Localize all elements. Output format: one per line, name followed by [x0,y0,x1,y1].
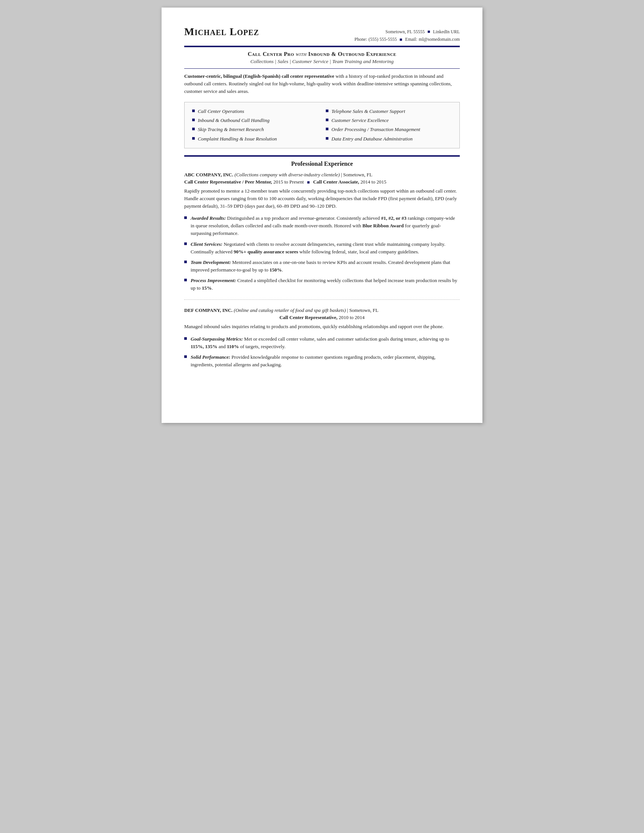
bullet-sq-icon2 [400,39,402,41]
role-title-2: Call Center Representative, [279,315,337,320]
summary-lead: Customer-centric, bilingual (English-Spa… [184,73,334,79]
role-dates-1a: 2015 to Present [273,179,304,185]
skill-label: Data Entry and Database Administration [331,135,413,143]
job-divider [184,299,460,300]
li-content: Solid Performance: Provided knowledgeabl… [191,354,460,368]
contact-line2: Phone: (555) 555-5555 Email: ml@somedoma… [355,35,460,43]
sq-bullet-icon [184,355,187,358]
skill-item-5: Skip Tracing & Internet Research [192,126,318,133]
role-dates-2: 2010 to 2014 [339,315,365,320]
resume-page: Michael Lopez Sometown, FL 55555 LinkedI… [162,8,482,423]
skill-bullet-icon [326,119,328,121]
skill-item-3: Inbound & Outbound Call Handling [192,117,318,124]
bullet-sq-icon [428,31,430,33]
skill-item-8: Data Entry and Database Administration [326,135,452,143]
skill-item-4: Customer Service Excellence [326,117,452,124]
skill-label: Call Center Operations [198,108,244,115]
headline-italic: with [296,51,308,57]
skill-bullet-icon [192,128,195,130]
li-content: Client Services: Negotiated with clients… [191,241,460,256]
headline-section: Call Center Pro with Inbound & Outbound … [184,51,460,64]
headline-divider [184,68,460,69]
headline-subtitle: Collections | Sales | Customer Service |… [184,58,460,64]
bullet-list-2: Goal-Surpassing Metrics: Met or exceeded… [184,335,460,369]
company-desc-1: (Collections company with diverse-indust… [234,172,340,177]
linkedin: LinkedIn URL [433,28,460,35]
skill-label: Complaint Handling & Issue Resolution [198,135,277,143]
company-name-2: DEF COMPANY, INC. [184,307,233,313]
header-section: Michael Lopez Sometown, FL 55555 LinkedI… [184,26,460,43]
skills-grid: Call Center Operations Telephone Sales &… [192,108,452,143]
li-content: Awarded Results: Distinguished as a top … [191,214,460,237]
skill-bullet-icon [192,119,195,121]
role-line-2: Call Center Representative, 2010 to 2014 [184,315,460,321]
sq-bullet-icon [184,243,187,245]
headline-bold1: Call Center Pro [247,51,294,57]
skill-label: Inbound & Outbound Call Handling [198,117,270,124]
company-location-2: Sometown, FL [349,307,378,313]
list-item: Awarded Results: Distinguished as a top … [184,214,460,237]
header-divider [184,46,460,47]
skill-label: Skip Tracing & Internet Research [198,126,264,133]
skill-bullet-icon [326,137,328,140]
role-title-1b: Call Center Associate, [313,179,359,185]
skill-item-2: Telephone Sales & Customer Support [326,108,452,115]
email: ml@somedomain.com [419,35,460,43]
job-summary-2: Managed inbound sales inquiries relating… [184,323,460,330]
skill-bullet-icon [326,109,328,112]
name-block: Michael Lopez [184,26,259,38]
list-item: Team Development: Mentored associates on… [184,259,460,274]
list-item: Process Improvement: Created a simplifie… [184,277,460,292]
skill-bullet-icon [326,128,328,130]
skill-label: Customer Service Excellence [331,117,389,124]
role-dates-1b: 2014 to 2015 [360,179,387,185]
li-content: Team Development: Mentored associates on… [191,259,460,274]
skill-bullet-icon [192,109,195,112]
sq-bullet-icon [184,216,187,219]
contact-line1: Sometown, FL 55555 LinkedIn URL [355,28,460,35]
skills-box: Call Center Operations Telephone Sales &… [184,102,460,148]
sq-bullet-icon [184,337,187,340]
company-location-1: Sometown, FL [343,172,372,177]
sq-bullet-icon [184,261,187,263]
list-item: Goal-Surpassing Metrics: Met or exceeded… [184,335,460,351]
company-desc-2: (Online and catalog retailer of food and… [234,307,346,313]
skills-divider [184,155,460,157]
job-summary-1: Rapidly promoted to mentor a 12-member t… [184,187,460,210]
candidate-name: Michael Lopez [184,26,259,38]
city-state: Sometown, FL 55555 [385,28,425,35]
li-content: Process Improvement: Created a simplifie… [191,277,460,292]
skill-item-1: Call Center Operations [192,108,318,115]
skill-item-6: Order Processing / Transaction Managemen… [326,126,452,133]
email-label: Email: [405,35,417,43]
phone: (555) 555-5555 [368,35,397,43]
contact-block: Sometown, FL 55555 LinkedIn URL Phone: (… [355,26,460,43]
bullet-list-1: Awarded Results: Distinguished as a top … [184,214,460,292]
li-content: Goal-Surpassing Metrics: Met or exceeded… [191,335,460,351]
headline-bold2: Inbound & Outbound Experience [308,51,397,57]
list-item: Client Services: Negotiated with clients… [184,241,460,256]
skill-label: Telephone Sales & Customer Support [331,108,405,115]
company-block-2: DEF COMPANY, INC. (Online and catalog re… [184,307,460,314]
role-title-1a: Call Center Representative / Peer Mentor… [184,179,272,185]
sq-bullet-icon [184,279,187,281]
phone-label: Phone: [355,35,367,43]
skill-item-7: Complaint Handling & Issue Resolution [192,135,318,143]
headline-title: Call Center Pro with Inbound & Outbound … [184,51,460,57]
role-sep-icon [307,181,310,183]
experience-section-title: Professional Experience [184,161,460,167]
skill-label: Order Processing / Transaction Managemen… [331,126,420,133]
role-line-1: Call Center Representative / Peer Mentor… [184,179,460,185]
company-block-1: ABC COMPANY, INC. (Collections company w… [184,172,460,178]
summary-section: Customer-centric, bilingual (English-Spa… [184,72,460,95]
company-name-1: ABC COMPANY, INC. [184,172,233,177]
skill-bullet-icon [192,137,195,140]
list-item: Solid Performance: Provided knowledgeabl… [184,354,460,368]
